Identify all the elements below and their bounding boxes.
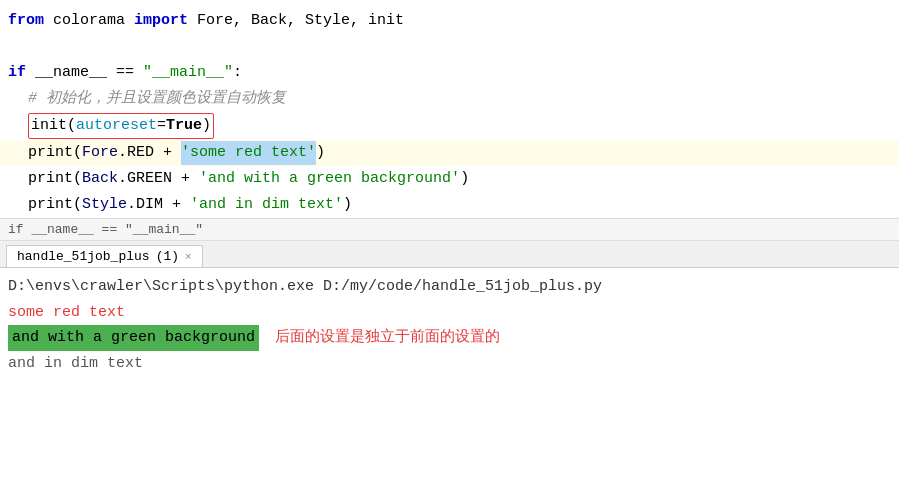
code-line-if: if __name__ == "__main__": xyxy=(0,60,899,86)
terminal-area: D:\envs\crawler\Scripts\python.exe D:/my… xyxy=(0,268,899,382)
breadcrumb-text: if __name__ == "__main__" xyxy=(8,222,203,237)
keyword-if: if xyxy=(8,61,26,85)
init-box: init(autoreset=True) xyxy=(28,113,214,139)
init-paren-open: ( xyxy=(67,117,76,134)
module-name: colorama xyxy=(44,9,134,33)
keyword-from: from xyxy=(8,9,44,33)
keyword-import: import xyxy=(134,9,188,33)
print-fn-2: print xyxy=(28,167,73,191)
condition: __name__ == xyxy=(26,61,143,85)
code-line-init: init(autoreset=True) xyxy=(0,112,899,140)
green-string: 'and with a green background' xyxy=(199,167,460,191)
plus-1: + xyxy=(154,141,181,165)
terminal-path: D:\envs\crawler\Scripts\python.exe D:/my… xyxy=(8,274,602,300)
init-paren-close: ) xyxy=(202,117,211,134)
code-line-1: from colorama import Fore, Back, Style, … xyxy=(0,8,899,34)
code-line-print-dim: print(Style.DIM + 'and in dim text') xyxy=(0,192,899,218)
plus-2: + xyxy=(172,167,199,191)
colon: : xyxy=(233,61,242,85)
code-line-blank xyxy=(0,34,899,60)
fore-attr: .RED xyxy=(118,141,154,165)
code-line-comment: # 初始化，并且设置颜色设置自动恢复 xyxy=(0,86,899,112)
main-string: "__main__" xyxy=(143,61,233,85)
paren-close-1: ) xyxy=(316,141,325,165)
val-true: True xyxy=(166,117,202,134)
paren-open-2: ( xyxy=(73,167,82,191)
style-attr: .DIM xyxy=(127,193,163,217)
red-string: 'some red text' xyxy=(181,141,316,165)
back-attr: .GREEN xyxy=(118,167,172,191)
dim-string: 'and in dim text' xyxy=(190,193,343,217)
paren-open-1: ( xyxy=(73,141,82,165)
terminal-output-1: some red text xyxy=(8,300,891,326)
paren-close-3: ) xyxy=(343,193,352,217)
terminal-comment: 后面的设置是独立于前面的设置的 xyxy=(275,325,500,351)
code-line-print-green: print(Back.GREEN + 'and with a green bac… xyxy=(0,166,899,192)
tab-handle-51job[interactable]: handle_51job_plus (1) × xyxy=(6,245,203,267)
back-cls: Back xyxy=(82,167,118,191)
terminal-path-line: D:\envs\crawler\Scripts\python.exe D:/my… xyxy=(8,274,891,300)
terminal-green-bg-text: and with a green background xyxy=(8,325,259,351)
comment-text: # 初始化，并且设置颜色设置自动恢复 xyxy=(28,87,286,111)
terminal-output-2: and with a green background 后面的设置是独立于前面的… xyxy=(8,325,891,351)
plus-3: + xyxy=(163,193,190,217)
fore-cls: Fore xyxy=(82,141,118,165)
paren-open-3: ( xyxy=(73,193,82,217)
paren-close-2: ) xyxy=(460,167,469,191)
code-line-print-red: print(Fore.RED + 'some red text') xyxy=(0,140,899,166)
terminal-red-text: some red text xyxy=(8,300,125,326)
style-cls: Style xyxy=(82,193,127,217)
equals: = xyxy=(157,117,166,134)
breadcrumb-bar: if __name__ == "__main__" xyxy=(0,219,899,241)
print-fn-3: print xyxy=(28,193,73,217)
param-autoreset: autoreset xyxy=(76,117,157,134)
tab-bar: handle_51job_plus (1) × xyxy=(0,241,899,268)
init-fn: init xyxy=(31,117,67,134)
tab-badge: (1) xyxy=(156,249,179,264)
print-fn-1: print xyxy=(28,141,73,165)
code-editor: from colorama import Fore, Back, Style, … xyxy=(0,0,899,219)
tab-close-button[interactable]: × xyxy=(185,251,192,263)
tab-name: handle_51job_plus xyxy=(17,249,150,264)
import-list: Fore, Back, Style, init xyxy=(188,9,404,33)
terminal-output-3: and in dim text xyxy=(8,351,891,377)
terminal-dim-text: and in dim text xyxy=(8,351,143,377)
